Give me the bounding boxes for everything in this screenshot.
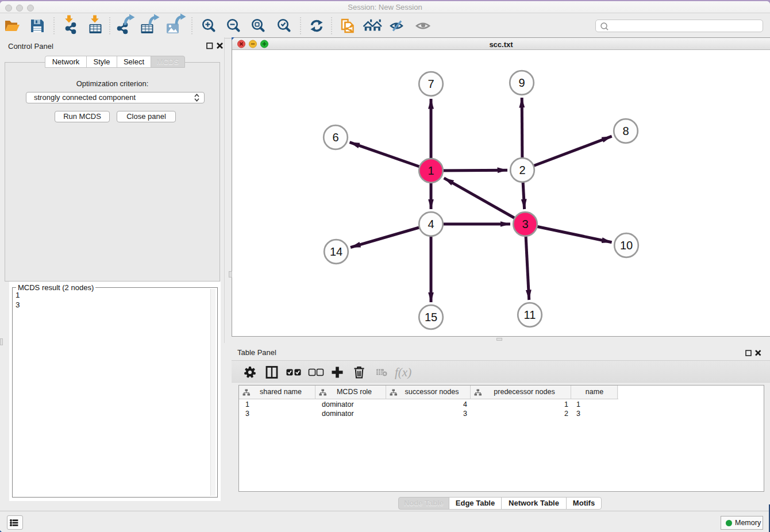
svg-text:8: 8 [622,125,629,137]
svg-text:3: 3 [522,218,528,230]
svg-text:11: 11 [524,309,536,321]
svg-text:14: 14 [330,245,342,258]
svg-text:15: 15 [425,311,437,323]
svg-text:9: 9 [518,76,525,89]
svg-text:2: 2 [519,164,525,176]
svg-text:10: 10 [620,239,633,252]
svg-text:6: 6 [332,131,338,144]
svg-text:4: 4 [428,218,434,230]
svg-text:1: 1 [428,164,434,177]
svg-text:f(x): f(x) [395,365,411,379]
svg-text:7: 7 [428,78,434,90]
